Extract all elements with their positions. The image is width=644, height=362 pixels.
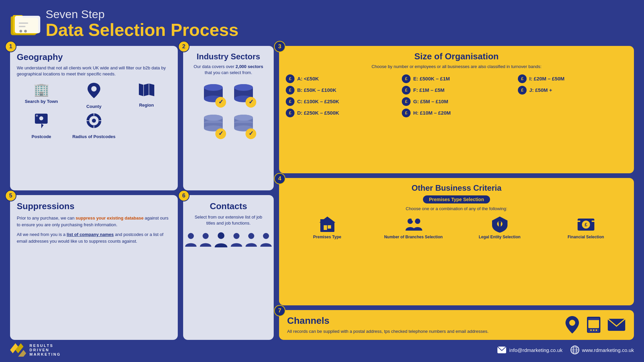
step6-contacts: 6 Contacts Select from our extensive lis… [183, 195, 274, 340]
step4-title: Other Business Criteria [286, 183, 627, 193]
person-icon-5 [245, 232, 258, 247]
pound-icon-i: £ [518, 74, 527, 83]
svg-text:✓: ✓ [218, 99, 223, 105]
step1-badge: 1 [5, 41, 16, 52]
footer: RESULTS DRIVEN MARKETING info@rdmarketin… [10, 343, 634, 357]
svg-point-52 [248, 233, 254, 239]
band-d-label: D: £250K – £500K [297, 110, 339, 116]
svg-text:✓: ✓ [249, 130, 254, 137]
step5-para2: All we need from you is a list of compan… [17, 231, 171, 244]
database-icons-grid: ✓ ✓ [200, 81, 257, 141]
step4-badge: 4 [274, 173, 285, 184]
svg-point-11 [39, 116, 43, 120]
band-b: £ B: £50K – £100K [286, 86, 395, 95]
svg-point-29 [234, 84, 253, 91]
band-b-label: B: £50K – £100K [297, 87, 336, 93]
main-content: 1 Geography We understand that not all c… [10, 46, 634, 340]
size-bands-grid: £ A: <£50K £ E: £500K – £1M £ I: £20M – … [286, 74, 627, 117]
band-i-label: I: £20M – £50M [529, 76, 565, 81]
financial-icon: £ [577, 216, 595, 233]
logo-line-1: RESULTS [30, 344, 61, 348]
svg-point-7 [19, 30, 22, 33]
step6-badge: 6 [178, 190, 190, 201]
geo-icons-grid: 🏢 Search by Town County [17, 82, 171, 139]
criteria-branches-label: Number of Branches Selection [384, 235, 443, 239]
geo-postcode: Postcode [17, 112, 66, 139]
pound-icon-e: £ [402, 74, 411, 83]
step6-description: Select from our extensive list of job ti… [190, 214, 267, 226]
step2-title: Industry Sectors [197, 52, 260, 61]
footer-website-item: www.rdmarketing.co.uk [571, 346, 634, 354]
step4-business-criteria: 4 Other Business Criteria Premises Type … [279, 178, 634, 305]
company-names-highlight: list of company names [67, 232, 114, 237]
svg-point-61 [412, 217, 416, 221]
criteria-financial-label: Financial Selection [568, 235, 604, 239]
svg-rect-75 [590, 329, 592, 331]
db-icon-2: ✓ [230, 81, 257, 110]
pound-icon-f: £ [402, 86, 411, 95]
band-h-label: H: £10M – £20M [413, 110, 451, 116]
criteria-branches: Number of Branches Selection [372, 216, 455, 239]
db-icon-4: ✓ [230, 113, 257, 141]
band-e-label: E: £500K – £1M [413, 76, 450, 81]
header-text: Seven Step Data Selection Process [46, 8, 238, 40]
premises-type-badge: Premises Type Selection [423, 195, 490, 203]
svg-text:✓: ✓ [218, 130, 223, 137]
rdm-brand: RESULTS DRIVEN MARKETING [10, 343, 61, 357]
svg-point-70 [569, 320, 575, 326]
geo-region: Region [122, 82, 171, 109]
db-icon-1: ✓ [200, 81, 227, 110]
premises-badge-container: Premises Type Selection [286, 195, 627, 203]
pound-icon-d: £ [286, 109, 294, 117]
contact-person-icons [184, 231, 272, 248]
svg-point-37 [204, 115, 223, 121]
suppress-highlight: suppress your existing database [76, 216, 144, 221]
geo-town-label: Search by Town [25, 99, 58, 104]
criteria-legal-label: Legal Entity Selection [479, 235, 521, 239]
logo-text-lines: RESULTS DRIVEN MARKETING [30, 344, 61, 356]
pound-icon-g: £ [402, 97, 411, 106]
step3-size: 3 Size of Organisation Choose by number … [279, 46, 634, 173]
svg-point-51 [233, 233, 239, 239]
step5-title: Suppressions [17, 201, 171, 212]
geo-radius: Radius of Postcodes [69, 112, 119, 139]
geo-radius-label: Radius of Postcodes [72, 134, 116, 139]
step1-title: Geography [17, 52, 171, 62]
step3-badge: 3 [274, 41, 285, 52]
svg-point-64 [498, 221, 501, 224]
rdm-chevron-logo [10, 343, 26, 357]
footer-contact-info: info@rdmarketing.co.uk www.rdmarketing.c… [497, 346, 634, 354]
pound-icon-b: £ [286, 86, 294, 95]
email-channel-icon [607, 317, 626, 332]
header-line1: Seven Step [46, 8, 238, 20]
svg-rect-68 [578, 221, 580, 222]
left-column: 1 Geography We understand that not all c… [10, 46, 178, 340]
svg-point-8 [24, 30, 27, 33]
pound-icon-a: £ [286, 74, 294, 83]
step7-channels: 7 Channels All records can be supplied w… [279, 310, 634, 340]
footer-email: info@rdmarketing.co.uk [509, 347, 562, 353]
person-icon-1 [184, 232, 197, 247]
step6-title: Contacts [210, 201, 247, 212]
band-i: £ I: £20M – £50M [518, 74, 627, 83]
page-wrapper: Seven Step Data Selection Process 1 Geog… [0, 0, 644, 362]
band-a: £ A: <£50K [286, 74, 395, 83]
radius-icon [86, 112, 102, 132]
band-e: £ E: £500K – £1M [402, 74, 511, 83]
business-criteria-icons: Premises Type Number of Branches Selecti… [286, 216, 627, 239]
premises-type-icon [318, 216, 336, 233]
svg-point-9 [91, 86, 97, 92]
building-icon: 🏢 [34, 82, 49, 97]
band-h: £ H: £10M – £20M [402, 109, 511, 117]
svg-point-50 [218, 232, 224, 239]
pound-icon-j: £ [518, 86, 527, 95]
geo-region-label: Region [139, 103, 154, 108]
step3-subtitle: Choose by number or employees or all bus… [286, 64, 627, 70]
band-g-label: G: £5M – £10M [413, 99, 448, 104]
geo-county: County [69, 82, 119, 109]
step1-geography: 1 Geography We understand that not all c… [10, 46, 178, 191]
person-icon-3-highlight [214, 231, 228, 248]
logo-line-3: MARKETING [30, 352, 61, 356]
step5-suppressions: 5 Suppressions Prior to any purchase, we… [10, 195, 178, 340]
footer-email-item: info@rdmarketing.co.uk [497, 346, 562, 354]
